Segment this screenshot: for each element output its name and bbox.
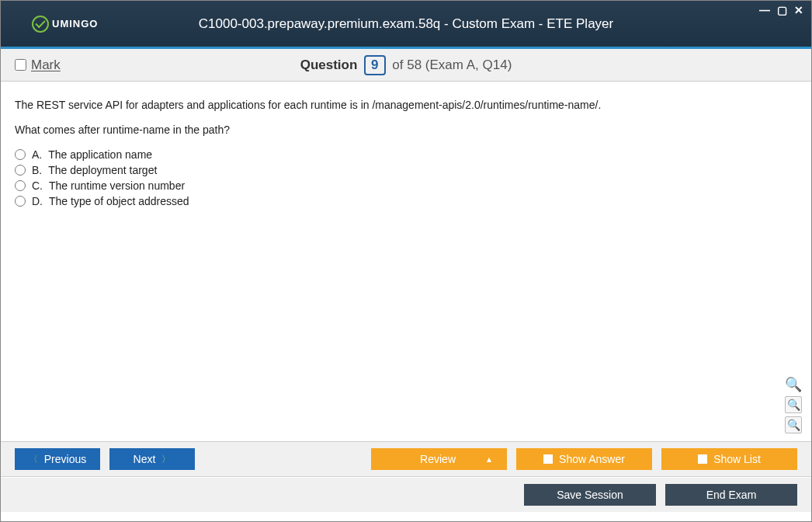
option-text: The type of object addressed — [49, 195, 189, 207]
window-title: C1000-003.prepaway.premium.exam.58q - Cu… — [1, 16, 811, 32]
mark-label: Mark — [31, 57, 61, 73]
mark-checkbox[interactable] — [15, 59, 26, 71]
minimize-icon[interactable]: — — [758, 4, 771, 16]
option-d-radio[interactable] — [15, 196, 26, 207]
answer-options: A. The application name B. The deploymen… — [15, 148, 797, 207]
save-session-button[interactable]: Save Session — [524, 484, 656, 506]
end-exam-label: End Exam — [706, 489, 757, 501]
zoom-controls: 🔍 🔍 🔍 — [785, 376, 802, 433]
option-letter: A. — [32, 148, 42, 161]
footer-row-1: 〈 Previous Next 〉 Review ▴ Show Answer S… — [1, 442, 811, 477]
caret-up-icon: ▴ — [487, 454, 491, 465]
question-label: Question — [300, 57, 358, 72]
zoom-out-icon[interactable]: 🔍 — [785, 416, 802, 433]
question-header: Mark Question 9 of 58 (Exam A, Q14) — [1, 49, 811, 82]
close-icon[interactable]: ✕ — [793, 4, 805, 16]
previous-label: Previous — [44, 453, 86, 465]
current-question-number: 9 — [364, 55, 385, 75]
option-c-radio[interactable] — [15, 180, 26, 191]
review-button[interactable]: Review ▴ — [371, 448, 507, 470]
show-answer-label: Show Answer — [559, 453, 625, 465]
question-counter: Question 9 of 58 (Exam A, Q14) — [1, 55, 811, 75]
app-logo: UMINGO — [32, 16, 98, 33]
show-list-button[interactable]: Show List — [661, 448, 797, 470]
mark-checkbox-wrap[interactable]: Mark — [15, 57, 61, 73]
checkbox-indicator-icon — [698, 454, 707, 464]
show-answer-button[interactable]: Show Answer — [516, 448, 652, 470]
option-text: The runtime version number — [49, 179, 185, 192]
option-b-radio[interactable] — [15, 165, 26, 176]
window-controls: — ▢ ✕ — [758, 4, 805, 16]
option-b[interactable]: B. The deployment target — [15, 164, 797, 176]
zoom-in-icon[interactable]: 🔍 — [785, 396, 802, 413]
show-list-label: Show List — [713, 453, 761, 465]
option-letter: B. — [32, 164, 42, 176]
save-session-label: Save Session — [557, 489, 623, 501]
question-content: The REST service API for adapters and ap… — [1, 82, 811, 442]
zoom-reset-icon[interactable]: 🔍 — [785, 376, 802, 393]
checkbox-indicator-icon — [543, 454, 553, 464]
option-d[interactable]: D. The type of object addressed — [15, 195, 797, 207]
next-button[interactable]: Next 〉 — [109, 448, 195, 470]
chevron-left-icon: 〈 — [29, 453, 38, 466]
option-a[interactable]: A. The application name — [15, 148, 797, 161]
review-label: Review — [420, 453, 456, 465]
previous-button[interactable]: 〈 Previous — [15, 448, 100, 470]
question-stem-1: The REST service API for adapters and ap… — [15, 99, 797, 111]
footer-row-2: Save Session End Exam — [1, 477, 811, 512]
option-letter: D. — [32, 195, 43, 207]
option-a-radio[interactable] — [15, 149, 26, 160]
question-total: of 58 (Exam A, Q14) — [392, 57, 512, 72]
option-c[interactable]: C. The runtime version number — [15, 179, 797, 192]
option-letter: C. — [32, 179, 43, 192]
option-text: The deployment target — [48, 164, 157, 176]
next-label: Next — [134, 453, 156, 465]
brand-text: UMINGO — [52, 18, 98, 30]
title-bar: UMINGO C1000-003.prepaway.premium.exam.5… — [1, 1, 811, 49]
logo-checkmark-icon — [32, 16, 49, 33]
option-text: The application name — [48, 148, 152, 161]
maximize-icon[interactable]: ▢ — [776, 4, 788, 16]
end-exam-button[interactable]: End Exam — [665, 484, 797, 506]
chevron-right-icon: 〉 — [161, 453, 171, 466]
question-stem-2: What comes after runtime-name in the pat… — [15, 124, 797, 136]
